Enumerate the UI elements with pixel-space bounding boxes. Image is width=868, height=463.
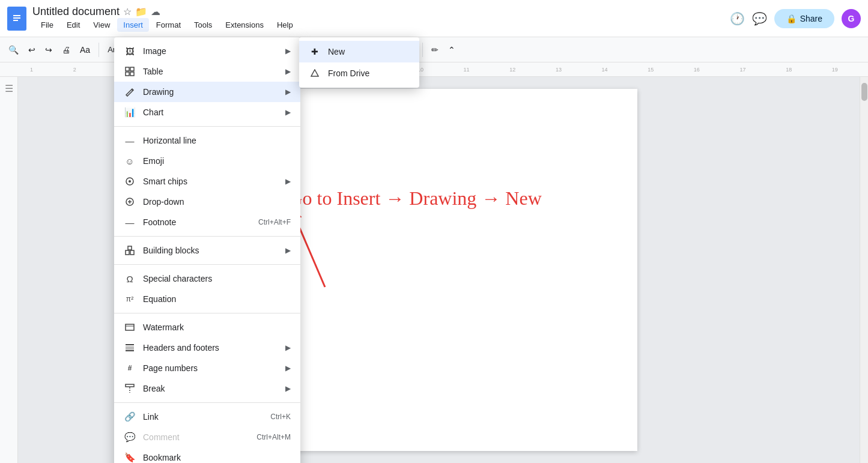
menu-item-drawing[interactable]: Drawing ▶ — [114, 82, 300, 102]
from-drive-icon — [309, 67, 321, 79]
link-label: Link — [143, 412, 266, 422]
menu-extensions[interactable]: Extensions — [219, 18, 270, 32]
folder-icon[interactable]: 📁 — [135, 6, 147, 17]
menu-item-smart-chips[interactable]: Smart chips ▶ — [114, 171, 300, 192]
svg-rect-18 — [126, 324, 134, 330]
bookmark-icon: 🔖 — [124, 452, 136, 463]
comment-shortcut: Ctrl+Alt+M — [256, 433, 291, 441]
menu-item-building-blocks[interactable]: Building blocks ▶ — [114, 240, 300, 261]
outline-icon[interactable]: ☰ — [5, 83, 13, 94]
menu-item-chart[interactable]: 📊 Chart ▶ — [114, 102, 300, 123]
menu-item-equation[interactable]: π² Equation — [114, 289, 300, 309]
insert-menu-dropdown: 🖼 Image ▶ Table ▶ Drawing ▶ 📊 Chart ▶ — … — [114, 37, 300, 463]
menu-item-emoji[interactable]: ☺ Emoji — [114, 151, 300, 171]
break-arrow: ▶ — [285, 384, 291, 393]
special-chars-label: Special characters — [143, 274, 291, 283]
spellcheck-btn[interactable]: Aa — [76, 43, 94, 57]
svg-point-11 — [129, 180, 131, 183]
svg-rect-3 — [13, 20, 18, 21]
menu-item-dropdown[interactable]: Drop-down — [114, 192, 300, 212]
comment-icon[interactable]: 💬 — [752, 11, 767, 26]
menu-item-headers-footers[interactable]: Headers and footers ▶ — [114, 337, 300, 358]
menu-insert[interactable]: Insert — [117, 18, 149, 32]
headers-footers-arrow: ▶ — [285, 343, 291, 352]
chart-arrow: ▶ — [285, 108, 291, 117]
cloud-icon[interactable]: ☁ — [151, 6, 160, 17]
menu-item-link[interactable]: 🔗 Link Ctrl+K — [114, 407, 300, 427]
menu-bar: File Edit View Insert Format Tools Exten… — [35, 18, 299, 32]
table-arrow: ▶ — [285, 67, 291, 76]
menu-format[interactable]: Format — [150, 18, 187, 32]
share-button[interactable]: 🔒 Share — [774, 9, 834, 28]
menu-item-image[interactable]: 🖼 Image ▶ — [114, 41, 300, 61]
submenu-item-new[interactable]: ✚ New — [299, 41, 419, 62]
left-sidebar: ☰ — [0, 77, 18, 463]
star-icon[interactable]: ☆ — [123, 6, 132, 17]
comment-menu-icon: 💬 — [124, 431, 136, 443]
submenu-item-from-drive[interactable]: From Drive — [299, 62, 419, 84]
divider-2 — [114, 236, 300, 237]
table-icon — [124, 65, 136, 77]
pen-btn[interactable]: ✏ — [428, 43, 442, 57]
doc-title-area: Untitled document ☆ 📁 ☁ File Edit View I… — [32, 5, 299, 32]
break-label: Break — [143, 384, 285, 393]
scroll-thumb[interactable] — [861, 83, 867, 101]
menu-item-special-chars[interactable]: Ω Special characters — [114, 268, 300, 289]
equation-icon: π² — [124, 293, 136, 305]
google-docs-icon — [7, 7, 26, 31]
annotation-text: Go to Insert → Drawing → New — [289, 185, 542, 210]
undo-btn[interactable]: ↩ — [25, 43, 39, 57]
right-scrollbar[interactable] — [860, 77, 868, 463]
menu-edit[interactable]: Edit — [61, 18, 86, 32]
horizontal-line-label: Horizontal line — [143, 136, 291, 145]
drawing-submenu: ✚ New From Drive — [299, 37, 419, 88]
toolbar-divider-1 — [99, 43, 99, 57]
menu-item-page-numbers[interactable]: # Page numbers ▶ — [114, 358, 300, 378]
show-hide-btn[interactable]: ⌃ — [445, 43, 459, 57]
svg-rect-2 — [13, 17, 20, 19]
menu-view[interactable]: View — [87, 18, 116, 32]
from-drive-label: From Drive — [328, 68, 369, 78]
menu-file[interactable]: File — [35, 18, 59, 32]
dropdown-label: Drop-down — [143, 197, 291, 207]
smart-chips-arrow: ▶ — [285, 177, 291, 186]
break-icon — [124, 383, 136, 395]
menu-help[interactable]: Help — [271, 18, 299, 32]
drawing-icon — [124, 86, 136, 98]
equation-label: Equation — [143, 294, 291, 304]
headers-footers-label: Headers and footers — [143, 343, 285, 353]
doc-title[interactable]: Untitled document — [32, 5, 120, 18]
redo-btn[interactable]: ↪ — [41, 43, 56, 57]
menu-item-watermark[interactable]: Watermark — [114, 317, 300, 337]
history-icon[interactable]: 🕐 — [730, 11, 745, 26]
menu-item-break[interactable]: Break ▶ — [114, 378, 300, 399]
print-btn[interactable]: 🖨 — [58, 43, 74, 57]
menu-item-horizontal-line[interactable]: — Horizontal line — [114, 130, 300, 151]
building-blocks-arrow: ▶ — [285, 246, 291, 255]
top-bar: Untitled document ☆ 📁 ☁ File Edit View I… — [0, 0, 868, 37]
svg-rect-7 — [130, 67, 134, 71]
svg-rect-24 — [126, 384, 134, 387]
menu-item-comment: 💬 Comment Ctrl+Alt+M — [114, 427, 300, 447]
menu-tools[interactable]: Tools — [188, 18, 218, 32]
avatar[interactable]: G — [842, 9, 861, 28]
chart-label: Chart — [143, 107, 285, 117]
footnote-icon: — — [124, 216, 136, 228]
new-label: New — [328, 47, 345, 56]
menu-item-table[interactable]: Table ▶ — [114, 61, 300, 82]
image-label: Image — [143, 46, 285, 56]
search-btn[interactable]: 🔍 — [5, 43, 22, 57]
emoji-icon: ☺ — [124, 155, 136, 167]
link-menu-icon: 🔗 — [124, 411, 136, 423]
divider-1 — [114, 126, 300, 127]
menu-item-bookmark[interactable]: 🔖 Bookmark — [114, 447, 300, 463]
lock-icon: 🔒 — [786, 14, 797, 23]
horizontal-line-icon: — — [124, 135, 136, 147]
svg-rect-9 — [130, 72, 134, 76]
menu-item-footnote[interactable]: — Footnote Ctrl+Alt+F — [114, 212, 300, 232]
footnote-shortcut: Ctrl+Alt+F — [258, 218, 291, 226]
emoji-label: Emoji — [143, 156, 291, 166]
divider-3 — [114, 264, 300, 265]
table-label: Table — [143, 67, 285, 76]
svg-rect-16 — [130, 250, 134, 255]
